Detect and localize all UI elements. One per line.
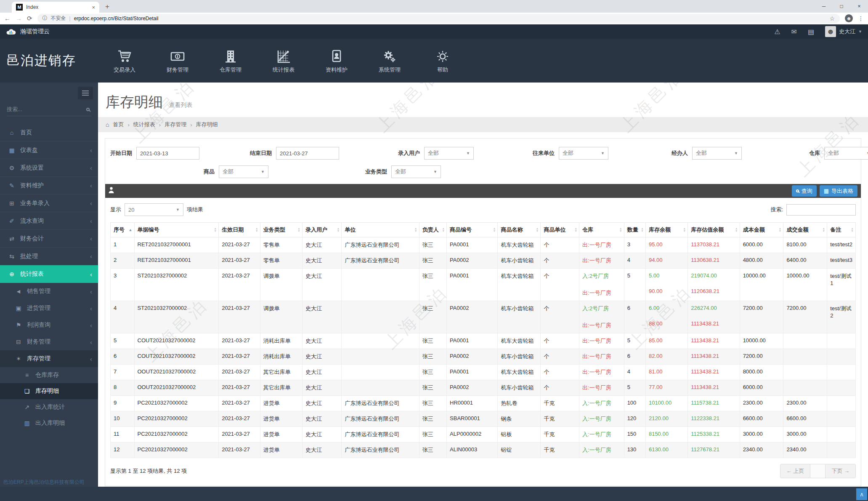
sidebar-item-inventory-mgmt[interactable]: ✶库存管理‹ bbox=[0, 350, 98, 367]
browser-profile-avatar[interactable]: ☻ bbox=[845, 14, 853, 22]
column-header-cost[interactable]: 成本金额▲▼ bbox=[740, 223, 783, 237]
sort-down-icon: ▼ bbox=[493, 230, 496, 232]
tasks-icon[interactable]: ▤ bbox=[808, 28, 814, 36]
column-header-date[interactable]: 生效日期▲▼ bbox=[219, 223, 260, 237]
sidebar-item-inout-stats[interactable]: ↗出入库统计 bbox=[0, 399, 98, 415]
column-header-seq[interactable]: 序号▲ bbox=[111, 223, 135, 237]
tab-close-icon[interactable]: × bbox=[92, 4, 95, 11]
sort-down-icon: ▼ bbox=[778, 230, 781, 232]
breadcrumb-item-1[interactable]: 首页 bbox=[113, 121, 124, 128]
cell-line: 1113438.21 bbox=[691, 320, 736, 327]
next-page-button[interactable]: 下页 → bbox=[826, 464, 855, 478]
top-menu-item-6[interactable]: 系统管理 bbox=[363, 39, 416, 83]
breadcrumb: ⌂ 首页›统计报表›库存管理›库存明细 bbox=[98, 117, 868, 132]
sidebar-search-input[interactable] bbox=[7, 106, 86, 112]
cell-remark bbox=[827, 380, 856, 396]
sidebar-item-reports[interactable]: ⊕统计报表‹ bbox=[0, 265, 98, 283]
cell-unit: 个 bbox=[541, 349, 579, 365]
browser-menu-icon[interactable]: ⋮ bbox=[858, 15, 864, 22]
sidebar-item-batch[interactable]: ⇆批处理‹ bbox=[0, 248, 98, 265]
sort-down-icon: ▼ bbox=[822, 230, 825, 232]
top-menu-item-7[interactable]: 帮助 bbox=[416, 39, 469, 83]
window-minimize-icon[interactable]: ─ bbox=[815, 0, 833, 13]
column-header-stock_balance[interactable]: 库存余额▲▼ bbox=[645, 223, 687, 237]
cell-company bbox=[342, 301, 419, 333]
sidebar-item-system-settings[interactable]: ⚙系统设置‹ bbox=[0, 159, 98, 177]
sidebar-item-order-entry[interactable]: ⊞业务单录入‹ bbox=[0, 195, 98, 212]
sort-down-icon: ▼ bbox=[337, 230, 340, 232]
cell-warehouse: 入:2号厂房出:一号厂房 bbox=[579, 301, 624, 333]
sidebar-collapse-button[interactable] bbox=[78, 87, 93, 99]
column-header-entry_user[interactable]: 录入用户▲▼ bbox=[303, 223, 342, 237]
prev-page-button[interactable]: ← 上页 bbox=[780, 464, 811, 478]
end-date-input[interactable] bbox=[276, 147, 339, 160]
column-header-doc_no[interactable]: 单据编号▲▼ bbox=[134, 223, 219, 237]
new-tab-button[interactable]: + bbox=[105, 3, 109, 11]
column-header-biz_type[interactable]: 业务类型▲▼ bbox=[260, 223, 302, 237]
biz-type-select[interactable]: 全部▼ bbox=[391, 165, 441, 178]
column-header-company[interactable]: 单位▲▼ bbox=[342, 223, 419, 237]
address-bar[interactable]: ⓘ 不安全 | erpdoc.epoerp.cn/Biz/Stat/StoreD… bbox=[37, 14, 840, 23]
column-header-product_code[interactable]: 商品编号▲▼ bbox=[447, 223, 498, 237]
sidebar-item-inout-detail[interactable]: ▥出入库明细 bbox=[0, 415, 98, 431]
table-row: 2RET202103270000012021-03-27零售单史大江广东博远石业… bbox=[111, 253, 856, 269]
person-icon[interactable] bbox=[109, 187, 114, 195]
sort-down-icon: ▼ bbox=[683, 230, 686, 232]
column-header-product_name[interactable]: 商品名称▲▼ bbox=[498, 223, 541, 237]
cell-biz_type: 调拨单 bbox=[260, 269, 302, 301]
alerts-icon[interactable]: ⚠ bbox=[774, 28, 780, 36]
top-menu-item-5[interactable]: 资料维护 bbox=[310, 39, 363, 83]
sidebar-item-stock-detail[interactable]: ❏库存明细 bbox=[0, 383, 98, 399]
table-search-input[interactable] bbox=[786, 204, 856, 216]
cell-cost: 6000.00 bbox=[740, 380, 783, 396]
info-icon[interactable]: ⓘ bbox=[42, 15, 48, 22]
column-header-manager[interactable]: 负责人▲▼ bbox=[419, 223, 446, 237]
sort-down-icon: ▼ bbox=[851, 230, 854, 232]
cart-icon bbox=[117, 48, 132, 63]
forward-icon[interactable]: → bbox=[16, 15, 22, 22]
export-table-button[interactable]: ▦ 导出表格 bbox=[820, 185, 857, 197]
warehouse-select[interactable]: 全部▼ bbox=[824, 147, 868, 160]
breadcrumb-item-3[interactable]: 库存管理 bbox=[165, 121, 186, 128]
start-date-input[interactable] bbox=[136, 147, 199, 160]
messages-icon[interactable]: ✉ bbox=[791, 28, 797, 36]
column-header-deal[interactable]: 成交金额▲▼ bbox=[783, 223, 827, 237]
sidebar-item-flow-query[interactable]: ✐流水查询‹ bbox=[0, 212, 98, 230]
sidebar-item-warehouse-stock[interactable]: ≡仓库库存 bbox=[0, 367, 98, 383]
user-menu[interactable]: ☻ 史大江 ▼ bbox=[825, 26, 862, 37]
column-header-value_balance[interactable]: 库存估值余额▲▼ bbox=[688, 223, 740, 237]
sidebar-item-finance-mgmt[interactable]: ⊟财务管理‹ bbox=[0, 333, 98, 350]
entry-user-select[interactable]: 全部▼ bbox=[424, 147, 474, 160]
manager-select[interactable]: 全部▼ bbox=[692, 147, 742, 160]
sidebar-item-home[interactable]: ⌂首页 bbox=[0, 124, 98, 141]
bookmark-star-icon[interactable]: ☆ bbox=[829, 15, 835, 22]
top-menu-item-3[interactable]: 仓库管理 bbox=[204, 39, 257, 83]
sidebar-item-data-maintenance[interactable]: ✎资料维护‹ bbox=[0, 177, 98, 195]
top-menu-item-4[interactable]: 统计报表 bbox=[257, 39, 310, 83]
sidebar-item-profit-query[interactable]: ⚑利润查询‹ bbox=[0, 317, 98, 333]
column-header-warehouse[interactable]: 仓库▲▼ bbox=[579, 223, 624, 237]
sidebar-item-purchase-mgmt[interactable]: ▣进货管理‹ bbox=[0, 300, 98, 317]
company-select[interactable]: 全部▼ bbox=[559, 147, 608, 160]
cell-seq: 3 bbox=[111, 269, 135, 301]
top-menu-item-2[interactable]: 财务管理 bbox=[151, 39, 204, 83]
sidebar-item-sales-mgmt[interactable]: ◄销售管理‹ bbox=[0, 283, 98, 300]
query-button[interactable]: 查询 bbox=[792, 185, 817, 197]
refresh-icon[interactable]: ⟳ bbox=[27, 15, 32, 22]
top-menu-item-1[interactable]: 交易录入 bbox=[98, 39, 151, 83]
back-icon[interactable]: ← bbox=[4, 15, 11, 22]
sidebar-item-accounting[interactable]: ⇄财务会计‹ bbox=[0, 230, 98, 248]
page-size-select[interactable]: 20▼ bbox=[125, 203, 183, 216]
window-close-icon[interactable]: × bbox=[850, 0, 868, 13]
column-header-qty[interactable]: 数量▲▼ bbox=[624, 223, 645, 237]
top-menu-item-label: 系统管理 bbox=[379, 66, 401, 74]
cell-line: 77.00 bbox=[649, 384, 685, 390]
scroll-top-button[interactable]: ∧ bbox=[856, 488, 867, 500]
column-header-remark[interactable]: 备注▲▼ bbox=[827, 223, 856, 237]
column-header-unit[interactable]: 商品单位▲▼ bbox=[541, 223, 579, 237]
sidebar-item-dashboard[interactable]: ▦仪表盘‹ bbox=[0, 141, 98, 159]
product-select[interactable]: 全部▼ bbox=[219, 165, 268, 178]
breadcrumb-item-2[interactable]: 统计报表 bbox=[133, 121, 155, 128]
browser-tab[interactable]: M Index × bbox=[12, 2, 99, 13]
window-maximize-icon[interactable]: □ bbox=[833, 0, 850, 13]
